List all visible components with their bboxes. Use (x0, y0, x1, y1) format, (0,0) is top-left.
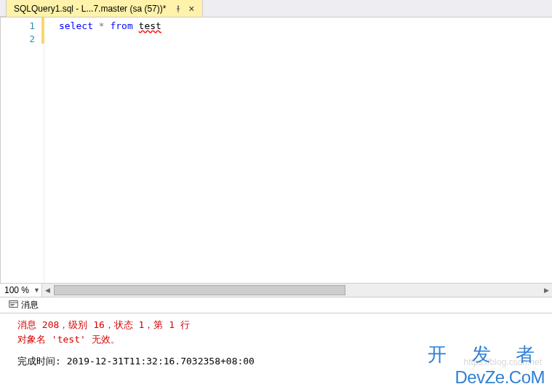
scroll-track[interactable] (54, 284, 540, 297)
tab-spacer (0, 0, 6, 17)
chevron-down-icon: ▼ (33, 287, 40, 294)
messages-tab-label: 消息 (21, 299, 39, 311)
keyword-from: from (110, 20, 132, 31)
code-area[interactable]: select * from test (44, 17, 552, 283)
whitespace (133, 20, 139, 31)
line-number: 1 (1, 20, 44, 33)
error-message-header: 消息 208，级别 16，状态 1，第 1 行 (17, 318, 545, 332)
keyword-select: select (59, 20, 93, 31)
scroll-thumb[interactable] (54, 285, 345, 295)
token-test: test (139, 20, 161, 31)
line-gutter: 1 2 (1, 17, 44, 283)
pin-icon[interactable] (173, 4, 183, 14)
file-tab-title: SQLQuery1.sql - L...7.master (sa (57))* (14, 4, 166, 14)
messages-icon (9, 300, 18, 311)
messages-panel[interactable]: 消息 208，级别 16，状态 1，第 1 行 对象名 'test' 无效。 完… (0, 313, 552, 392)
modified-line-margin (41, 17, 44, 44)
scroll-right-button[interactable]: ▶ (540, 284, 552, 297)
zoom-dropdown[interactable]: 100 % ▼ (0, 284, 42, 297)
tab-bar: SQLQuery1.sql - L...7.master (sa (57))* … (0, 0, 552, 17)
editor: 1 2 select * from test (0, 17, 552, 283)
close-icon[interactable]: × (186, 4, 196, 14)
operator-star: * (93, 20, 110, 31)
code-line: select * from test (59, 20, 552, 33)
code-line (59, 33, 552, 46)
file-tab[interactable]: SQLQuery1.sql - L...7.master (sa (57))* … (6, 0, 203, 17)
horizontal-scrollbar[interactable]: ◀ ▶ (42, 284, 552, 297)
error-message-detail: 对象名 'test' 无效。 (17, 332, 545, 347)
messages-tab-row: 消息 (0, 297, 552, 313)
line-number: 2 (1, 33, 44, 46)
zoom-value: 100 % (4, 285, 29, 295)
completion-time: 完成时间: 2019-12-31T11:32:16.7032358+08:00 (17, 354, 545, 369)
messages-tab[interactable]: 消息 (3, 297, 44, 313)
zoom-row: 100 % ▼ ◀ ▶ (0, 283, 552, 297)
scroll-left-button[interactable]: ◀ (42, 284, 54, 297)
